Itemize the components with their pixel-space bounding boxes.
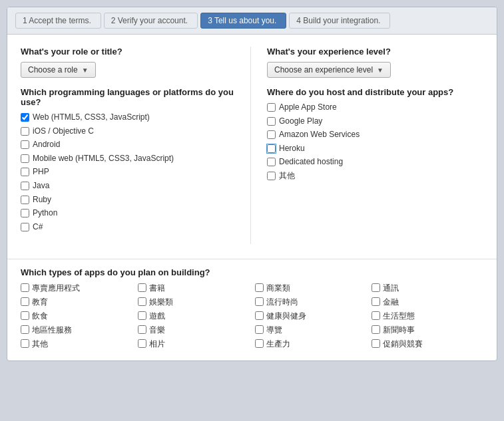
lang-label-python: Python (33, 208, 57, 219)
host-item-apple: Apple App Store (267, 102, 483, 113)
page-outer: 1 Accept the terms.2 Verify your account… (0, 0, 504, 421)
app-label-0: 專賣應用程式 (32, 283, 80, 294)
app-checkbox-12[interactable] (21, 325, 29, 334)
exp-title: What's your experience level? (267, 47, 483, 57)
app-checkbox-14[interactable] (255, 325, 264, 334)
app-label-2: 商業類 (266, 283, 290, 294)
app-label-8: 飲食 (32, 311, 48, 322)
app-item-4: 教育 (21, 297, 132, 308)
app-label-17: 相片 (149, 339, 165, 350)
host-label-dedicated: Dedicated hosting (279, 157, 343, 168)
app-item-9: 遊戲 (138, 311, 250, 322)
app-checkbox-18[interactable] (255, 339, 264, 348)
lang-checkbox-android[interactable] (21, 140, 29, 149)
host-item-dedicated: Dedicated hosting (267, 157, 483, 168)
app-checkbox-1[interactable] (138, 283, 146, 292)
app-label-19: 促銷與競賽 (383, 339, 423, 350)
lang-checkbox-java[interactable] (21, 182, 29, 190)
lang-item-android: Android (21, 140, 237, 150)
host-item-google: Google Play (267, 116, 483, 127)
app-checkbox-10[interactable] (255, 311, 264, 320)
progress-step-2[interactable]: 2 Verify your account. (104, 13, 198, 29)
app-item-16: 其他 (21, 339, 132, 350)
exp-section: What's your experience level? Choose an … (267, 47, 483, 78)
main-content: What's your role or title? Choose a role… (7, 35, 497, 256)
lang-label-ios: iOS / Objective C (33, 126, 94, 137)
app-checkbox-4[interactable] (21, 297, 29, 306)
lang-title: Which programming languages or platforms… (21, 87, 237, 107)
app-label-18: 生產力 (266, 339, 290, 350)
host-title: Where do you host and distribute your ap… (267, 87, 483, 97)
lang-checkbox-python[interactable] (21, 209, 29, 217)
host-checkbox-google[interactable] (267, 117, 276, 126)
app-item-0: 專賣應用程式 (21, 283, 132, 294)
app-item-11: 生活型態 (372, 311, 483, 322)
role-section: What's your role or title? Choose a role… (21, 47, 237, 78)
host-checkbox-aws[interactable] (267, 130, 276, 139)
app-label-10: 健康與健身 (266, 311, 306, 322)
apps-grid: 專賣應用程式書籍商業類通訊教育娛樂類流行時尚金融飲食遊戲健康與健身生活型態地區性… (21, 283, 483, 350)
lang-label-php: PHP (33, 167, 49, 178)
app-item-2: 商業類 (255, 283, 367, 294)
app-checkbox-19[interactable] (372, 339, 380, 348)
app-checkbox-16[interactable] (21, 339, 29, 348)
app-item-10: 健康與健身 (255, 311, 367, 322)
host-label-aws: Amazon Web Services (279, 130, 360, 140)
host-label-heroku: Heroku (279, 144, 305, 154)
progress-step-4[interactable]: 4 Build your integration. (289, 13, 390, 29)
app-item-18: 生產力 (255, 339, 367, 350)
progress-step-1[interactable]: 1 Accept the terms. (15, 13, 101, 29)
host-checkbox-apple[interactable] (267, 103, 276, 112)
app-checkbox-13[interactable] (138, 325, 146, 334)
lang-item-php: PHP (21, 167, 237, 178)
app-checkbox-9[interactable] (138, 311, 146, 320)
lang-item-mobileweb: Mobile web (HTML5, CSS3, JavaScript) (21, 154, 237, 164)
role-title: What's your role or title? (21, 47, 237, 57)
role-dropdown[interactable]: Choose a role ▼ (21, 62, 96, 78)
app-label-5: 娛樂類 (149, 297, 173, 308)
app-label-13: 音樂 (149, 325, 165, 336)
host-label-google: Google Play (279, 116, 322, 127)
lang-label-mobileweb: Mobile web (HTML5, CSS3, JavaScript) (33, 154, 174, 164)
app-label-14: 導覽 (266, 325, 282, 336)
lang-checkbox-ruby[interactable] (21, 196, 29, 204)
lang-checkbox-php[interactable] (21, 168, 29, 176)
host-checkbox-dedicated[interactable] (267, 158, 276, 166)
lang-checkbox-web[interactable] (21, 113, 29, 122)
app-checkbox-5[interactable] (138, 297, 146, 306)
host-checkbox-other_host[interactable] (267, 172, 276, 180)
lang-label-java: Java (33, 181, 49, 192)
app-label-6: 流行時尚 (266, 297, 298, 308)
app-item-1: 書籍 (138, 283, 250, 294)
app-label-12: 地區性服務 (32, 325, 72, 336)
app-checkbox-3[interactable] (372, 283, 380, 292)
lang-checkbox-csharp[interactable] (21, 223, 29, 231)
exp-dropdown-arrow: ▼ (377, 67, 383, 74)
app-label-4: 教育 (32, 297, 48, 308)
app-item-6: 流行時尚 (255, 297, 367, 308)
app-item-14: 導覽 (255, 325, 367, 336)
app-checkbox-17[interactable] (138, 339, 146, 348)
app-checkbox-6[interactable] (255, 297, 264, 306)
app-checkbox-7[interactable] (372, 297, 380, 306)
lang-section: Which programming languages or platforms… (21, 87, 237, 232)
app-checkbox-8[interactable] (21, 311, 29, 320)
app-checkbox-0[interactable] (21, 283, 29, 292)
lang-checkbox-mobileweb[interactable] (21, 154, 29, 163)
progress-step-3[interactable]: 3 Tell us about you. (200, 13, 286, 29)
lang-label-web: Web (HTML5, CSS3, JavaScript) (33, 112, 150, 123)
app-checkbox-11[interactable] (372, 311, 380, 320)
lang-item-ruby: Ruby (21, 195, 237, 206)
lang-item-ios: iOS / Objective C (21, 126, 237, 137)
exp-dropdown[interactable]: Choose an experience level ▼ (267, 62, 391, 78)
lang-label-csharp: C# (33, 222, 43, 233)
lang-checkbox-ios[interactable] (21, 127, 29, 136)
apps-title: Which types of apps do you plan on build… (21, 267, 483, 277)
app-item-5: 娛樂類 (138, 297, 250, 308)
app-label-3: 通訊 (383, 283, 399, 294)
app-checkbox-15[interactable] (372, 325, 380, 334)
app-checkbox-2[interactable] (255, 283, 264, 292)
host-checkbox-heroku[interactable] (267, 144, 276, 153)
host-section: Where do you host and distribute your ap… (267, 87, 483, 182)
app-item-3: 通訊 (372, 283, 483, 294)
